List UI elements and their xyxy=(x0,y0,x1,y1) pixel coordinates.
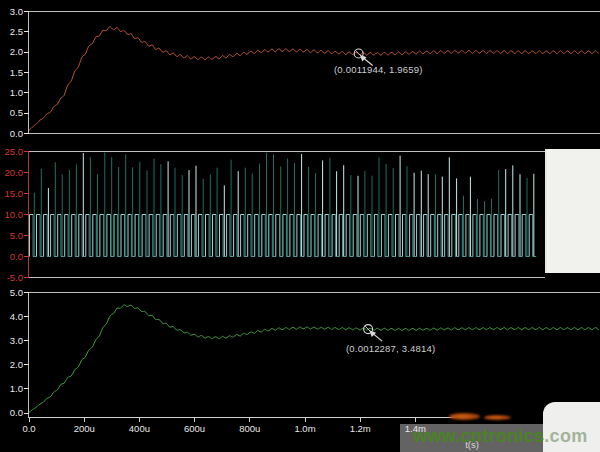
axis-artifact-smudge xyxy=(449,413,480,420)
x-tick-label: 200u xyxy=(74,423,95,434)
y-tick-label: 0.0 xyxy=(10,128,23,139)
watermark-text-suffix: .com xyxy=(544,426,587,446)
y-tick-label: 1.0 xyxy=(10,87,23,98)
y-tick-label: 20.0 xyxy=(5,167,24,178)
x-tick-label: 800u xyxy=(239,423,260,434)
y-tick-label: 2.0 xyxy=(10,46,23,57)
y-tick-label: 15.0 xyxy=(5,188,24,199)
watermark-text-main: www.cntronics xyxy=(413,426,544,446)
x-tick-label: 600u xyxy=(184,423,205,434)
waveform-viewer-window: 3.02.52.01.51.00.50.025.020.015.010.05.0… xyxy=(0,0,600,452)
trace-output-voltage-1[interactable] xyxy=(29,27,599,130)
y-tick-label: 0.0 xyxy=(10,251,23,262)
y-tick-label: 0.0 xyxy=(10,407,23,418)
plot-canvas[interactable]: 3.02.52.01.51.00.50.025.020.015.010.05.0… xyxy=(0,0,600,452)
y-tick-label: 0.5 xyxy=(10,107,23,118)
y-tick-label: 3.0 xyxy=(10,335,23,346)
cursor-readout-bottom: (0.0012287, 3.4814) xyxy=(346,343,435,354)
x-tick-label: 0.0 xyxy=(22,423,35,434)
watermark-text: www.cntronics.com xyxy=(413,426,587,447)
trace-switching-waveform-spikes xyxy=(34,153,527,257)
trace-output-voltage-2[interactable] xyxy=(29,305,599,412)
y-tick-label: 5.0 xyxy=(10,230,23,241)
x-tick-label: 400u xyxy=(129,423,150,434)
y-tick-label: 1.5 xyxy=(10,67,23,78)
y-tick-label: 4.0 xyxy=(10,311,23,322)
x-tick-label: 1.0m xyxy=(294,423,315,434)
y-tick-label: 5.0 xyxy=(10,287,23,298)
axis-artifact-smudge xyxy=(484,415,511,420)
x-tick-label: 1.2m xyxy=(350,423,371,434)
y-tick-label: 1.0 xyxy=(10,383,23,394)
y-tick-label: 10.0 xyxy=(5,209,24,220)
y-tick-label: 25.0 xyxy=(5,146,24,157)
cursor-readout-top: (0.0011944, 1.9659) xyxy=(334,64,423,75)
y-tick-label: 3.0 xyxy=(10,6,23,17)
y-tick-label: 2.0 xyxy=(10,359,23,370)
y-tick-label: 2.5 xyxy=(10,26,23,37)
y-tick-label: -5.0 xyxy=(7,272,23,283)
